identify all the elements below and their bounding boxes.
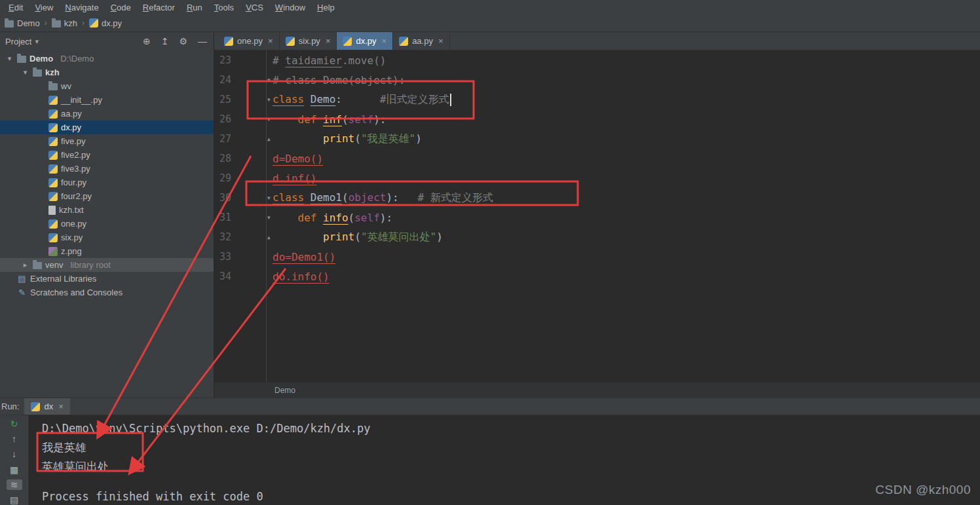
tree-item-__init__-py[interactable]: __init__.py xyxy=(0,93,214,107)
run-tabbar: Run: dx × xyxy=(0,398,980,415)
code-segment: ( xyxy=(354,231,361,243)
tree-item-z-png[interactable]: z.png xyxy=(0,244,214,258)
menu-item-code[interactable]: Code xyxy=(105,3,137,12)
restore-layout-icon[interactable]: ▦ xyxy=(7,464,22,475)
tree-item-venv[interactable]: ▸venvlibrary root xyxy=(0,258,214,272)
code-segment: Demo1 xyxy=(311,191,342,204)
line-number: 24 xyxy=(214,74,231,86)
tree-item-scratches-and-consoles[interactable]: ✎Scratches and Consoles xyxy=(0,286,214,299)
console-line: D:\Demo\venv\Scripts\python.exe D:/Demo/… xyxy=(42,419,980,438)
editor: one.py×six.py×dx.py×aa.py× 23# taidamier… xyxy=(214,32,980,398)
menu-item-edit[interactable]: Edit xyxy=(3,3,29,12)
run-tab-dx[interactable]: dx × xyxy=(24,398,69,415)
code-text: # taidamier.move() xyxy=(265,54,386,67)
soft-wrap-icon[interactable]: ≋ xyxy=(7,479,22,490)
python-icon xyxy=(48,164,58,174)
rerun-icon[interactable]: ↻ xyxy=(7,419,22,429)
menu-item-tools[interactable]: Tools xyxy=(208,3,240,12)
close-icon[interactable]: × xyxy=(438,36,443,46)
menu-item-window[interactable]: Window xyxy=(269,3,311,12)
print-icon[interactable]: ▤ xyxy=(7,495,22,505)
python-icon xyxy=(48,219,58,229)
fold-down-icon[interactable]: ▾ xyxy=(267,214,271,221)
tree-item-six-py[interactable]: six.py xyxy=(0,231,214,244)
close-icon[interactable]: × xyxy=(58,402,64,411)
code-segment: taidamier xyxy=(285,54,342,67)
scroll-up-icon[interactable]: ↑ xyxy=(7,434,22,444)
collapse-all-icon[interactable]: ↥ xyxy=(161,36,169,47)
editor-breadcrumb[interactable]: Demo xyxy=(214,383,980,398)
menu-item-navigate[interactable]: Navigate xyxy=(59,3,104,12)
tree-item-kzh-txt[interactable]: kzh.txt xyxy=(0,203,214,217)
scratches-icon: ✎ xyxy=(17,288,27,297)
tree-item-label: Scratches and Consoles xyxy=(30,288,122,297)
breadcrumb-item-kzh[interactable]: kzh xyxy=(48,18,81,28)
tree-expanded-icon[interactable]: ▾ xyxy=(21,68,29,77)
console-output[interactable]: D:\Demo\venv\Scripts\python.exe D:/Demo/… xyxy=(29,415,980,505)
chevron-down-icon[interactable]: ▾ xyxy=(35,37,39,46)
fold-up-icon[interactable]: ▴ xyxy=(267,233,271,241)
code-lines: 23# taidamier.move()24▾# class Dome(obje… xyxy=(214,50,980,286)
text-icon xyxy=(48,206,56,215)
close-icon[interactable]: × xyxy=(382,36,387,46)
code-segment xyxy=(273,113,298,126)
tree-item-external-libraries[interactable]: ▤External Libraries xyxy=(0,272,214,286)
breadcrumb-label: Demo xyxy=(17,18,40,28)
menu-item-view[interactable]: View xyxy=(29,3,59,12)
tab-aa.py[interactable]: aa.py× xyxy=(393,32,449,50)
project-panel-title[interactable]: Project xyxy=(5,37,31,47)
tree-item-demo[interactable]: ▾DemoD:\Demo xyxy=(0,52,214,65)
code-segment xyxy=(273,212,298,224)
scroll-down-icon[interactable]: ↓ xyxy=(7,449,22,459)
menu-item-run[interactable]: Run xyxy=(181,3,208,12)
tree-item-label: five2.py xyxy=(61,150,90,160)
line-number: 33 xyxy=(214,251,231,263)
menu-item-refactor[interactable]: Refactor xyxy=(137,3,181,12)
code-line-31: 31▾ def info(self): xyxy=(214,208,980,227)
tree-collapsed-icon[interactable]: ▸ xyxy=(21,261,29,269)
menu-item-vcs[interactable]: VCS xyxy=(240,3,269,12)
breadcrumb-item-Demo[interactable]: Demo xyxy=(1,18,43,28)
code-segment: print xyxy=(323,231,354,243)
code-segment: class xyxy=(273,191,304,204)
locate-icon[interactable]: ⊕ xyxy=(143,36,151,47)
tab-one.py[interactable]: one.py× xyxy=(218,32,280,50)
project-panel-toolbar: ⊕↥⚙— xyxy=(143,36,207,47)
close-icon[interactable]: × xyxy=(268,36,273,46)
tree-item-label: six.py xyxy=(61,233,83,242)
close-icon[interactable]: × xyxy=(326,36,331,46)
tab-dx.py[interactable]: dx.py× xyxy=(337,32,393,50)
fold-down-icon[interactable]: ▾ xyxy=(267,115,271,123)
settings-icon[interactable]: ⚙ xyxy=(179,36,187,47)
tree-item-four2-py[interactable]: four2.py xyxy=(0,189,214,203)
fold-down-icon[interactable]: ▾ xyxy=(267,76,271,84)
breadcrumb-item-dx.py[interactable]: dx.py xyxy=(86,18,125,28)
tree-item-five-py[interactable]: five.py xyxy=(0,134,214,148)
tab-six.py[interactable]: six.py× xyxy=(280,32,337,50)
tree-item-kzh[interactable]: ▾kzh xyxy=(0,65,214,79)
code-text: def info(self): xyxy=(265,212,392,224)
tree-item-label: kzh xyxy=(45,67,60,77)
tree-item-five3-py[interactable]: five3.py xyxy=(0,162,214,176)
tree-item-dx-py[interactable]: dx.py xyxy=(0,121,214,134)
fold-up-icon[interactable]: ▴ xyxy=(267,135,271,143)
tree-item-one-py[interactable]: one.py xyxy=(0,217,214,231)
run-body: ↻↑↓▦≋▤ D:\Demo\venv\Scripts\python.exe D… xyxy=(0,415,980,505)
menu-item-help[interactable]: Help xyxy=(311,3,341,12)
tree-item-aa-py[interactable]: aa.py xyxy=(0,107,214,121)
code-segment xyxy=(399,191,418,204)
tree-item-four-py[interactable]: four.py xyxy=(0,176,214,189)
code-area[interactable]: 23# taidamier.move()24▾# class Dome(obje… xyxy=(214,50,980,383)
fold-down-icon[interactable]: ▾ xyxy=(267,194,271,202)
tree-item-five2-py[interactable]: five2.py xyxy=(0,148,214,162)
hide-icon[interactable]: — xyxy=(198,36,207,47)
tree-item-wv[interactable]: wv xyxy=(0,79,214,93)
tab-label: aa.py xyxy=(412,36,433,46)
fold-down-icon[interactable]: ▾ xyxy=(267,96,271,103)
code-text: # class Dome(object): xyxy=(265,74,405,86)
tree-expanded-icon[interactable]: ▾ xyxy=(5,54,14,63)
line-number: 34 xyxy=(214,271,231,282)
code-segment: ( xyxy=(354,132,361,145)
code-segment xyxy=(273,231,323,243)
python-icon xyxy=(48,178,58,187)
